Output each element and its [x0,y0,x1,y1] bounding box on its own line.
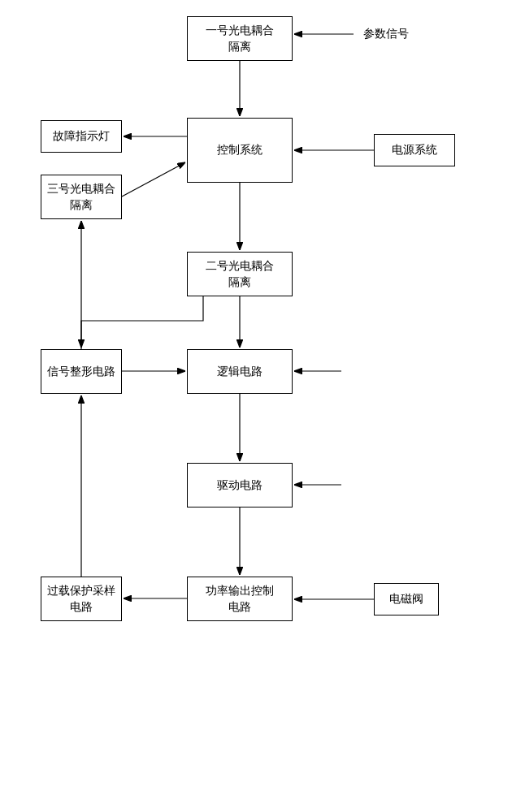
signal-shape-label: 信号整形电路 [47,364,115,380]
logic-box: 逻辑电路 [187,349,293,394]
overload-box: 过载保护采样电路 [41,577,122,621]
power-output-box: 功率输出控制电路 [187,577,293,621]
fault-light-box: 故障指示灯 [41,120,122,153]
fault-light-label: 故障指示灯 [53,128,110,145]
power-label: 电源系统 [392,142,437,158]
control-label: 控制系统 [217,142,263,158]
solenoid-box: 电磁阀 [374,583,439,615]
overload-label: 过载保护采样电路 [47,583,115,615]
param-signal-label: 参数信号 [354,24,419,44]
svg-line-5 [122,162,185,197]
opto2-box: 二号光电耦合隔离 [187,252,293,296]
drive-box: 驱动电路 [187,463,293,508]
drive-label: 驱动电路 [217,477,263,494]
control-box: 控制系统 [187,118,293,183]
power-box: 电源系统 [374,134,455,166]
power-output-label: 功率输出控制电路 [206,583,274,615]
opto3-box: 三号光电耦合隔离 [41,175,122,219]
opto2-label: 二号光电耦合隔离 [206,258,274,290]
opto3-label: 三号光电耦合隔离 [47,181,115,213]
logic-label: 逻辑电路 [217,364,263,380]
solenoid-label: 电磁阀 [389,591,423,607]
signal-shape-box: 信号整形电路 [41,349,122,394]
opto1-label: 一号光电耦合隔离 [206,23,274,54]
opto1-box: 一号光电耦合隔离 [187,16,293,61]
diagram: 一号光电耦合隔离 控制系统 故障指示灯 三号光电耦合隔离 电源系统 二号光电耦合… [0,0,512,812]
